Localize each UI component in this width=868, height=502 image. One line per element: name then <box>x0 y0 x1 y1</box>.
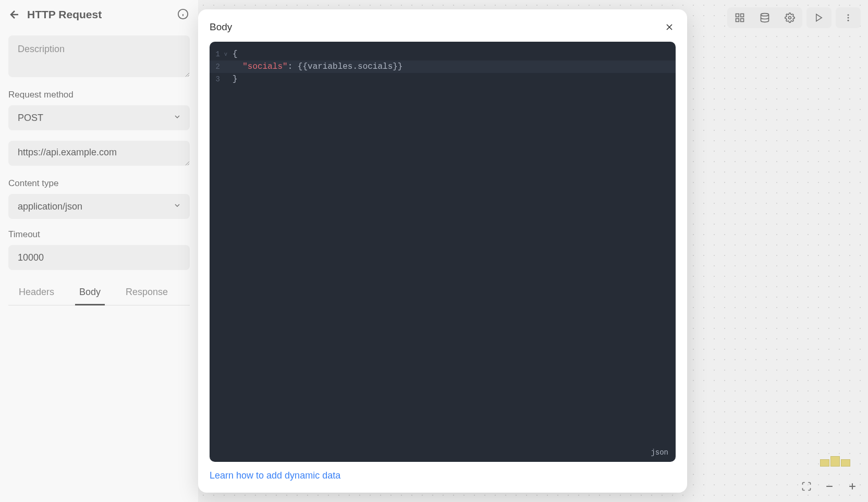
close-button[interactable] <box>663 21 676 33</box>
code-line[interactable]: 1v{ <box>210 48 676 60</box>
code-line[interactable]: 2 "socials": {{variables.socials}} <box>210 60 676 73</box>
modal-title: Body <box>210 21 232 33</box>
language-badge: json <box>651 448 668 457</box>
code-editor[interactable]: 1v{2 "socials": {{variables.socials}}3} … <box>210 42 676 462</box>
dynamic-data-link[interactable]: Learn how to add dynamic data <box>210 470 676 481</box>
code-line[interactable]: 3} <box>210 73 676 85</box>
body-editor-modal: Body 1v{2 "socials": {{variables.socials… <box>198 9 687 493</box>
